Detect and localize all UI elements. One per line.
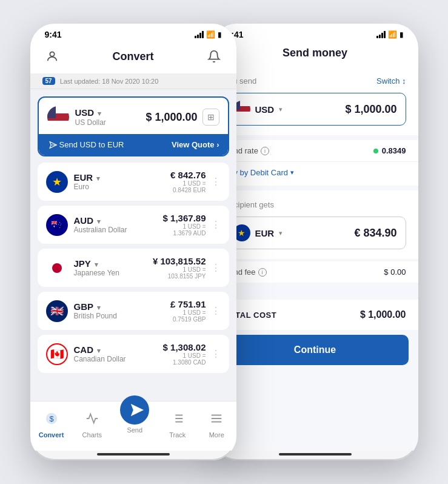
more-dots-eur[interactable]: ⋮ <box>211 176 221 187</box>
chevron-down-icon[interactable]: ▾ <box>97 304 101 311</box>
send-nav-icon[interactable] <box>120 395 149 425</box>
nav-item-convert[interactable]: $ Convert <box>39 408 64 439</box>
eur-selector[interactable]: ★ EUR ▾ <box>233 224 283 241</box>
base-currency-info: USD ▾ US Dollar <box>75 107 106 127</box>
aud-code[interactable]: AUD ▾ <box>74 215 127 226</box>
more-dots-aud[interactable]: ⋮ <box>211 219 221 230</box>
nav-item-track[interactable]: Track <box>167 408 189 439</box>
chevron-down-icon[interactable]: ▾ <box>96 175 100 182</box>
phones-container: 9:41 📶 ▮ Convert <box>30 24 418 460</box>
more-dots-jpy[interactable]: ⋮ <box>211 262 221 274</box>
jpy-name: Japanese Yen <box>74 269 119 277</box>
pay-by-text: Pay by Debit Card ▾ <box>224 168 406 177</box>
eur-rate: 1 USD =0.8428 EUR <box>170 180 206 193</box>
battery-icon: ▮ <box>218 30 222 39</box>
usd-selector-text: USD <box>255 104 275 115</box>
eur-currency-left: ★ EUR ▾ Euro <box>46 171 101 193</box>
nav-label-charts: Charts <box>82 431 102 439</box>
jpy-amount: ¥ 103,815.52 <box>153 256 206 266</box>
recipient-amount: € 834.90 <box>354 227 396 240</box>
signal-bar-3 <box>199 33 201 38</box>
send-button-row[interactable]: Send USD to EUR View Quote › <box>39 134 228 155</box>
battery-icon-right: ▮ <box>400 30 404 39</box>
you-send-amount: $ 1,000.00 <box>345 103 396 116</box>
list-item[interactable]: 🇨🇦 CAD ▾ Canadian Dollar $ 1,308.02 1 US… <box>38 335 229 373</box>
send-rate-row: Send rate i 0.8349 <box>212 140 418 161</box>
user-icon[interactable] <box>42 47 62 66</box>
base-currency-code[interactable]: USD ▾ <box>75 107 102 118</box>
update-text: Last updated: 18 Nov 2020 10:20 <box>60 78 159 85</box>
app-header-left: Convert <box>30 42 236 73</box>
aud-flag: 🇦🇺 <box>46 214 68 236</box>
svg-marker-6 <box>127 402 142 418</box>
chevron-down-icon[interactable]: ▾ <box>98 110 101 117</box>
nav-label-track: Track <box>169 431 186 439</box>
jpy-info: JPY ▾ Japanese Yen <box>74 258 119 277</box>
rate-value-row: 0.8349 <box>373 146 406 155</box>
chevron-down-icon[interactable]: ▾ <box>290 169 294 176</box>
status-bar-right: 9:41 📶 ▮ <box>212 24 418 42</box>
chevron-down-icon[interactable]: ▾ <box>95 261 98 268</box>
send-usd-label: Send USD to EUR <box>47 140 124 149</box>
app-header-right: Send money <box>212 42 418 67</box>
chevron-down-icon[interactable]: ▾ <box>279 229 283 237</box>
aud-amount-col: $ 1,367.89 1 USD =1.3679 AUD <box>163 213 206 237</box>
svg-text:$: $ <box>49 414 53 423</box>
info-icon-fee[interactable]: i <box>258 268 267 277</box>
more-dots-cad[interactable]: ⋮ <box>211 348 221 360</box>
nav-item-charts[interactable]: Charts <box>81 408 103 439</box>
more-nav-icon <box>206 408 227 429</box>
send-fee-value: $ 0.00 <box>384 267 406 277</box>
left-phone: 9:41 📶 ▮ Convert <box>30 24 236 460</box>
list-item[interactable]: JPY ▾ Japanese Yen ¥ 103,815.52 1 USD =1… <box>38 249 229 287</box>
update-badge: 57 <box>42 77 55 85</box>
jpy-rate: 1 USD =103.8155 JPY <box>153 266 206 280</box>
eur-flag: ★ <box>46 171 68 193</box>
more-dots-gbp[interactable]: ⋮ <box>211 305 221 317</box>
calculator-icon[interactable]: ⊞ <box>202 109 219 126</box>
eur-right: € 842.76 1 USD =0.8428 EUR ⋮ <box>170 170 220 193</box>
aud-rate: 1 USD =1.3679 AUD <box>163 223 206 237</box>
you-send-input-row[interactable]: USD ▾ $ 1,000.00 <box>224 93 406 126</box>
nav-item-more[interactable]: More <box>206 408 227 439</box>
cad-currency-left: 🇨🇦 CAD ▾ Canadian Dollar <box>46 343 126 365</box>
gbp-rate: 1 USD =0.7519 GBP <box>170 309 206 323</box>
status-icons-left: 📶 ▮ <box>195 30 222 39</box>
switch-button[interactable]: Switch ↕ <box>376 76 406 86</box>
gbp-right: £ 751.91 1 USD =0.7519 GBP ⋮ <box>170 299 220 323</box>
list-item[interactable]: 🇬🇧 GBP ▾ British Pound £ 751.91 1 USD =0… <box>38 292 229 330</box>
last-updated-bar: 57 Last updated: 18 Nov 2020 10:20 <box>30 73 236 89</box>
wifi-icon-right: 📶 <box>388 30 397 39</box>
signal-bar-2 <box>197 35 199 38</box>
track-nav-icon <box>167 408 189 429</box>
info-icon-rate[interactable]: i <box>261 147 269 155</box>
signal-bar-1 <box>195 36 196 38</box>
list-item[interactable]: 🇦🇺 AUD ▾ Australian Dollar $ 1,367.89 1 … <box>38 206 229 244</box>
gbp-code[interactable]: GBP ▾ <box>74 301 117 312</box>
usd-selector[interactable]: USD ▾ <box>233 101 283 118</box>
aud-name: Australian Dollar <box>74 226 127 234</box>
gbp-amount: £ 751.91 <box>170 299 206 309</box>
base-currency-left: USD ▾ US Dollar <box>47 106 106 128</box>
eur-selector-text: EUR <box>255 228 275 238</box>
right-phone: 9:41 📶 ▮ Send money Y <box>212 24 418 460</box>
signal-bar-r3 <box>381 33 383 38</box>
base-currency-card: USD ▾ US Dollar $ 1,000.00 ⊞ <box>38 96 229 156</box>
eur-code[interactable]: EUR ▾ <box>74 172 101 183</box>
continue-button[interactable]: Continue <box>222 335 409 365</box>
recipient-input-row[interactable]: ★ EUR ▾ € 834.90 <box>224 217 406 249</box>
view-quote-button[interactable]: View Quote › <box>172 140 219 149</box>
chevron-down-icon[interactable]: ▾ <box>279 106 283 113</box>
home-indicator-left <box>97 453 170 455</box>
cad-code[interactable]: CAD ▾ <box>74 345 126 355</box>
chevron-down-icon[interactable]: ▾ <box>97 218 101 225</box>
chevron-down-icon[interactable]: ▾ <box>97 347 101 354</box>
list-item[interactable]: ★ EUR ▾ Euro € 842.76 1 USD =0.8428 EUR … <box>38 163 229 201</box>
pay-by-row[interactable]: Pay by Debit Card ▾ <box>212 161 418 186</box>
cad-rate: 1 USD =1.3080 CAD <box>163 352 206 366</box>
bell-icon[interactable] <box>204 47 224 66</box>
nav-item-send[interactable]: Send <box>120 408 149 439</box>
jpy-code[interactable]: JPY ▾ <box>74 258 119 269</box>
total-cost-value: $ 1,000.00 <box>360 309 406 320</box>
gbp-flag: 🇬🇧 <box>46 300 68 322</box>
